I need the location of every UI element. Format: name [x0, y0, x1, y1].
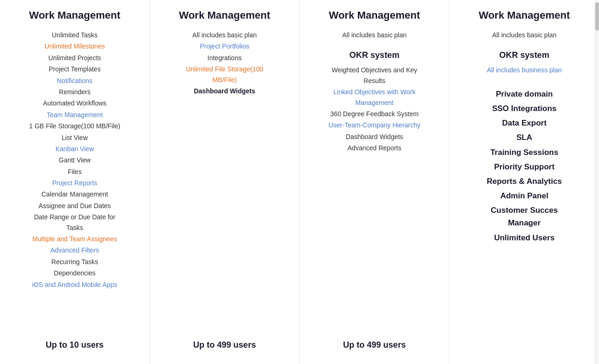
plan-title-business: Work Management [329, 9, 420, 21]
feature-priority-support: Priority Support [457, 161, 592, 173]
feature-portfolios: Project Portfolios [157, 41, 292, 51]
users-label-basic: Up to 10 users [46, 326, 104, 350]
feature-files: Files [7, 167, 142, 177]
feature-advanced-filters: Advanced Filters [7, 245, 142, 255]
feature-list-enterprise-okr: All includes business plan [457, 65, 592, 76]
users-label-professional: Up to 499 users [193, 326, 256, 350]
feature-team-management: Team Management [7, 110, 142, 120]
plan-title-basic: Work Management [29, 9, 120, 21]
feature-notifications: Notifications [7, 76, 142, 86]
plan-column-enterprise: Work Management All includes basic plan … [449, 0, 599, 364]
plan-column-business: Work Management All includes basic plan … [300, 0, 450, 364]
feature-admin-panel: Admin Panel [457, 189, 592, 202]
feature-includes-basic: All includes basic plan [157, 30, 292, 40]
feature-customer-success: Customer SuccesManager [457, 204, 592, 229]
feature-integrations: Integrations [157, 53, 292, 63]
feature-list-view: List View [7, 133, 142, 143]
feature-private-domain: Private domain [457, 88, 592, 100]
feature-list-professional: All includes basic plan Project Portfoli… [157, 30, 292, 97]
plan-title-enterprise: Work Management [479, 9, 570, 21]
feature-file-storage: 1 GB File Storage(100 MB/File) [7, 121, 142, 131]
feature-sla: SLA [457, 131, 592, 144]
feature-list-basic: Unlimited Tasks Unlimited Milestones Unl… [7, 30, 142, 291]
feature-dashboard-widgets-business: Dashboard Widgets [307, 132, 442, 142]
feature-advanced-reports: Advanced Reports [307, 143, 442, 153]
feature-sso-integrations: SSO Integrations [457, 102, 592, 115]
feature-gantt-view: Gantt View [7, 155, 142, 165]
feature-list-business-top: All includes basic plan [307, 30, 442, 41]
scrollbar-thumb[interactable] [595, 2, 599, 30]
feature-automated-workflows: Automated Workflows [7, 98, 142, 108]
feature-assignee-due-dates: Assignee and Due Dates [7, 201, 142, 211]
feature-unlimited-projects: Unlimited Projects [7, 53, 142, 63]
feature-dashboard-widgets: Dashboard Widgets [157, 86, 292, 96]
feature-project-templates: Project Templates [7, 64, 142, 74]
scrollbar-track[interactable] [595, 0, 599, 364]
feature-kanban-view: Kanban View [7, 144, 142, 154]
feature-unlimited-users: Unlimited Users [457, 231, 592, 244]
feature-unlimited-milestones: Unlimited Milestones [7, 41, 142, 51]
feature-unlimited-storage: Unlimited File Storage(100MB/File) [157, 64, 292, 85]
plan-title-professional: Work Management [179, 9, 270, 21]
feature-multiple-assignees: Multiple and Team Assignees [7, 234, 142, 244]
feature-includes-basic-business: All includes basic plan [307, 30, 442, 40]
users-label-business: Up to 499 users [343, 326, 406, 350]
feature-list-enterprise-top: All includes basic plan [457, 30, 592, 41]
okr-section-title-enterprise: OKR system [499, 50, 549, 60]
feature-reports-analytics: Reports & Analytics [457, 175, 592, 188]
plan-column-professional: Work Management All includes basic plan … [150, 0, 300, 364]
plan-column-basic: Work Management Unlimited Tasks Unlimite… [0, 0, 150, 364]
feature-includes-basic-enterprise: All includes basic plan [457, 30, 592, 40]
feature-data-export: Data Export [457, 117, 592, 129]
feature-hierarchy: User-Team-Company Hierarchy [307, 120, 442, 130]
feature-list-enterprise-extra: Private domain SSO Integrations Data Exp… [457, 88, 592, 244]
feature-dependencies: Dependencies [7, 268, 142, 278]
feature-date-range: Date Range or Due Date forTasks [7, 212, 142, 233]
feature-mobile-apps: iOS and Android Mobile Apps [7, 280, 142, 290]
okr-section-title-business: OKR system [349, 50, 399, 60]
feature-360-feedback: 360 Degree Feedback System [307, 109, 442, 119]
feature-reminders: Reminders [7, 87, 142, 97]
feature-project-reports: Project Reports [7, 178, 142, 188]
feature-unlimited-tasks: Unlimited Tasks [7, 30, 142, 40]
feature-calendar-management: Calendar Management [7, 189, 142, 199]
feature-list-business-okr: Weighted Objectives and KeyResults Linke… [307, 65, 442, 154]
feature-training-sessions: Training Sessions [457, 146, 592, 159]
feature-includes-business: All includes business plan [457, 65, 592, 75]
feature-linked-objectives: Linked Objectives with WorkManagement [307, 87, 442, 108]
plans-container: Work Management Unlimited Tasks Unlimite… [0, 0, 599, 364]
feature-recurring-tasks: Recurring Tasks [7, 257, 142, 267]
feature-weighted-objectives: Weighted Objectives and KeyResults [307, 65, 442, 86]
